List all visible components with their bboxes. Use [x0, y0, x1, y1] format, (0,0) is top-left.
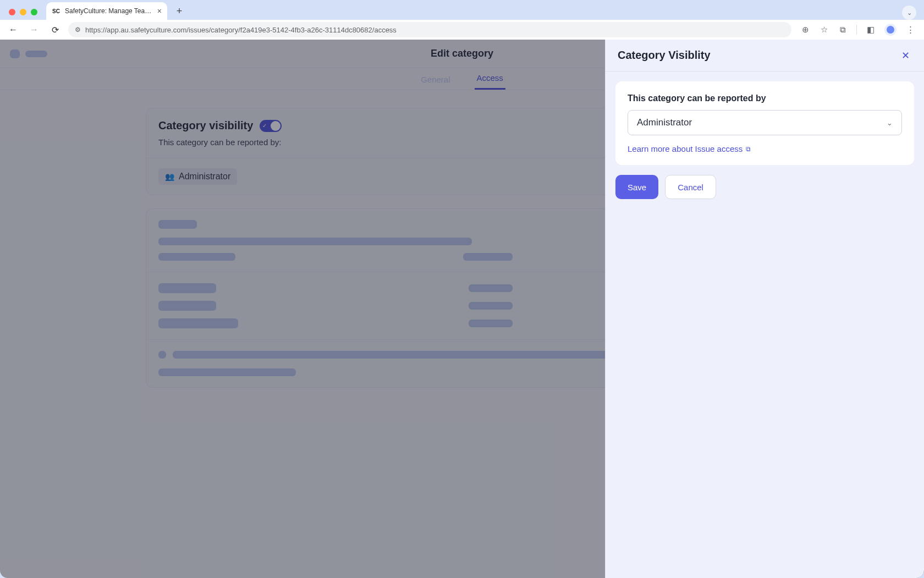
address-bar-row: ← → ⟳ ⚙ https://app.au.safetyculture.com…: [0, 20, 924, 40]
site-settings-icon[interactable]: ⚙: [75, 26, 81, 34]
browser-tab[interactable]: SC SafetyCulture: Manage Teams and... ×: [46, 2, 167, 20]
learn-more-link[interactable]: Learn more about Issue access ⧉: [628, 144, 751, 153]
category-visibility-panel: Category Visiblity ✕ This category can b…: [605, 40, 924, 578]
panel-actions: Save Cancel: [615, 175, 914, 199]
learn-more-text: Learn more about Issue access: [628, 144, 743, 153]
chevron-down-icon: ⌄: [887, 119, 893, 127]
nav-reload-button[interactable]: ⟳: [47, 22, 63, 37]
panel-title: Category Visiblity: [618, 49, 711, 62]
save-button[interactable]: Save: [615, 175, 658, 199]
window-close-icon[interactable]: [9, 9, 15, 15]
reported-by-label: This category can be reported by: [628, 93, 902, 103]
chrome-actions: ⊕ ☆ ⧉ ◧ ⋮: [797, 24, 919, 36]
kebab-menu-icon[interactable]: ⋮: [905, 25, 915, 35]
panel-card: This category can be reported by Adminis…: [615, 81, 914, 165]
separator: [856, 25, 857, 35]
panel-body: This category can be reported by Adminis…: [606, 71, 924, 209]
browser-chrome: SC SafetyCulture: Manage Teams and... × …: [0, 0, 924, 40]
close-icon: ✕: [901, 49, 910, 62]
tab-title: SafetyCulture: Manage Teams and...: [65, 7, 153, 15]
app-shell: Edit category General Access Category vi…: [0, 40, 924, 578]
profile-avatar[interactable]: [884, 24, 897, 36]
nav-back-button[interactable]: ←: [6, 22, 21, 37]
reported-by-select[interactable]: Administrator ⌄: [628, 110, 902, 135]
address-bar[interactable]: ⚙ https://app.au.safetyculture.com/issue…: [68, 22, 791, 37]
extensions-icon[interactable]: ⧉: [838, 25, 848, 35]
new-tab-button[interactable]: +: [172, 3, 187, 19]
tabs-dropdown-icon[interactable]: ⌄: [902, 5, 916, 20]
url-text: https://app.au.safetyculture.com/issues/…: [85, 26, 785, 34]
bookmark-icon[interactable]: ☆: [819, 25, 829, 35]
external-link-icon: ⧉: [746, 145, 751, 153]
window-maximize-icon[interactable]: [31, 9, 37, 15]
window-minimize-icon[interactable]: [20, 9, 26, 15]
select-value: Administrator: [637, 117, 692, 128]
panel-header: Category Visiblity ✕: [606, 40, 924, 71]
tab-favicon-icon: SC: [52, 7, 61, 15]
sidepanel-icon[interactable]: ◧: [866, 25, 876, 35]
window-controls: [7, 9, 42, 20]
panel-close-button[interactable]: ✕: [899, 49, 912, 62]
zoom-icon[interactable]: ⊕: [800, 25, 810, 35]
tab-bar: SC SafetyCulture: Manage Teams and... × …: [0, 0, 924, 20]
nav-forward-button[interactable]: →: [26, 22, 42, 37]
cancel-button[interactable]: Cancel: [665, 175, 716, 199]
tab-close-icon[interactable]: ×: [157, 7, 162, 15]
